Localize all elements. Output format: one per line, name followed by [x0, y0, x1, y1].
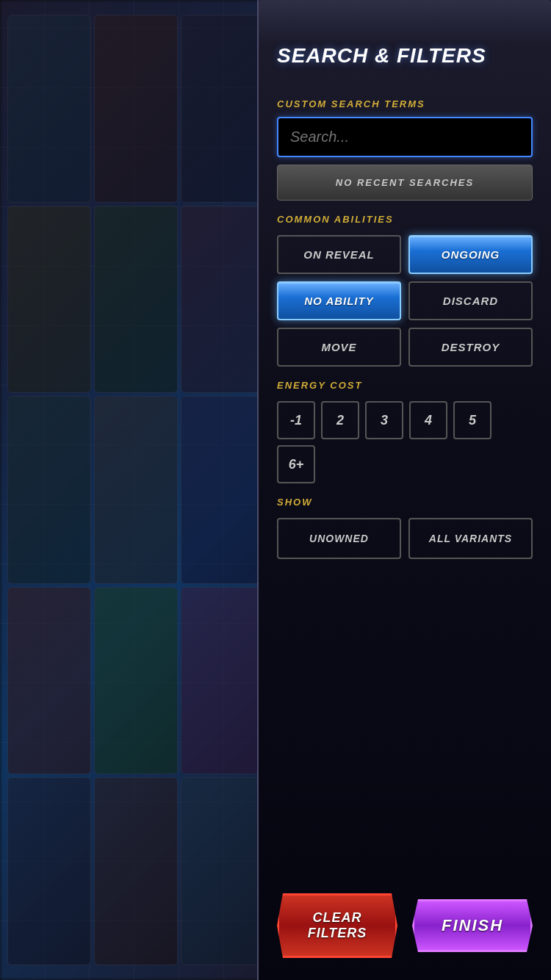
abilities-section-label: Common Abilities	[277, 214, 533, 225]
search-filters-panel: Search & Filters Custom Search Terms No …	[257, 0, 551, 980]
energy-grid: -1 2 3 4 5 6+	[277, 401, 533, 483]
search-input[interactable]	[277, 117, 533, 157]
ability-move[interactable]: Move	[277, 328, 401, 367]
recent-searches-button[interactable]: No Recent Searches	[277, 165, 533, 201]
energy-btn-5[interactable]: 5	[453, 401, 491, 439]
energy-btn-4[interactable]: 4	[409, 401, 447, 439]
ability-discard[interactable]: Discard	[408, 281, 533, 320]
search-section-label: Custom Search Terms	[277, 98, 533, 109]
abilities-grid: On Reveal Ongoing No Ability Discard Mov…	[277, 235, 533, 367]
card-grid-background	[0, 0, 272, 980]
energy-btn-2[interactable]: 2	[321, 401, 359, 439]
show-unowned[interactable]: Unowned	[277, 518, 401, 559]
panel-title: Search & Filters	[277, 44, 533, 68]
energy-btn-6plus[interactable]: 6+	[277, 445, 315, 483]
show-all-variants[interactable]: All Variants	[408, 518, 533, 559]
ability-no-ability[interactable]: No Ability	[277, 281, 401, 320]
bottom-buttons: Clear Filters Finish	[277, 871, 533, 958]
energy-section-label: Energy Cost	[277, 380, 533, 391]
finish-button[interactable]: Finish	[412, 899, 533, 952]
show-section-label: Show	[277, 497, 533, 508]
ability-destroy[interactable]: Destroy	[408, 328, 533, 367]
energy-btn-3[interactable]: 3	[365, 401, 403, 439]
ability-ongoing[interactable]: Ongoing	[408, 235, 533, 274]
ability-on-reveal[interactable]: On Reveal	[277, 235, 401, 274]
show-grid: Unowned All Variants	[277, 518, 533, 559]
energy-btn-minus1[interactable]: -1	[277, 401, 315, 439]
clear-filters-button[interactable]: Clear Filters	[277, 893, 397, 958]
